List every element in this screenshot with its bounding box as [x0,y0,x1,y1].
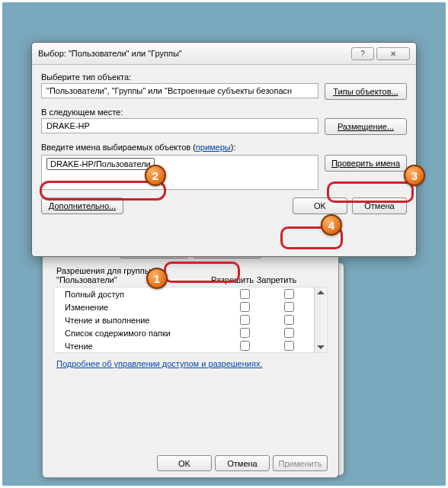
perm-apply-button: Применить [273,455,328,471]
advanced-button[interactable]: Дополнительно... [41,197,123,214]
locations-button[interactable]: Размещение... [325,118,407,135]
dialog-title: Выбор: "Пользователи" или "Группы" [38,49,349,58]
deny-checkbox[interactable] [284,315,294,325]
object-types-button[interactable]: Типы объектов... [325,83,407,100]
location-field: DRAKE-HP [41,118,318,133]
allow-checkbox[interactable] [240,302,250,312]
help-button[interactable]: ? [351,47,374,60]
permission-row: Чтение и выполнение [54,313,314,326]
permission-row: Полный доступ [54,287,314,300]
permission-name: Полный доступ [57,290,222,299]
permissions-list: Полный доступИзменениеЧтение и выполнени… [53,287,328,353]
permissions-header: Разрешения для группы "Пользователи" Раз… [53,266,328,287]
location-label: В следующем месте: [41,108,407,117]
permission-name: Чтение [57,342,222,351]
dialog-titlebar[interactable]: Выбор: "Пользователи" или "Группы" ? ✕ [32,43,416,65]
permission-name: Изменение [57,303,222,312]
allow-checkbox[interactable] [240,341,250,351]
permission-name: Список содержимого папки [57,329,222,338]
dlg-ok-button[interactable]: OK [293,197,347,214]
allow-checkbox[interactable] [240,328,250,338]
object-names-input[interactable]: DRAKE-HP/Пользователи [41,155,318,190]
select-users-dialog: Выбор: "Пользователи" или "Группы" ? ✕ В… [31,42,417,257]
close-button[interactable]: ✕ [376,47,410,60]
marker-1: 1 [146,268,168,289]
dlg-cancel-button[interactable]: Отмена [352,197,407,214]
object-type-label: Выберите тип объекта: [41,72,407,82]
names-label: Введите имена выбираемых объектов (приме… [41,143,407,152]
permission-name: Чтение и выполнение [57,316,222,325]
check-names-button[interactable]: Проверить имена [325,155,407,172]
permission-row: Список содержимого папки [54,326,314,339]
permission-row: Изменение [54,300,314,313]
perm-ok-button[interactable]: OK [157,455,212,471]
deny-checkbox[interactable] [284,289,294,299]
permission-row: Чтение [54,339,314,352]
deny-checkbox[interactable] [284,341,294,351]
marker-2: 2 [145,165,166,186]
scrollbar[interactable] [314,287,327,352]
allow-checkbox[interactable] [240,289,250,299]
marker-3: 3 [404,165,425,186]
perm-cancel-button[interactable]: Отмена [215,455,270,471]
marker-4: 4 [321,214,342,236]
allow-checkbox[interactable] [240,315,250,325]
deny-checkbox[interactable] [284,328,294,338]
object-type-field: "Пользователи", "Группы" или "Встроенные… [41,83,318,98]
permissions-window: Добавить... Удалить Разрешения для групп… [42,233,339,478]
deny-checkbox[interactable] [284,302,294,312]
examples-link[interactable]: примеры [196,143,231,152]
learn-more-link[interactable]: Подробнее об управлении доступом и разре… [56,359,262,368]
